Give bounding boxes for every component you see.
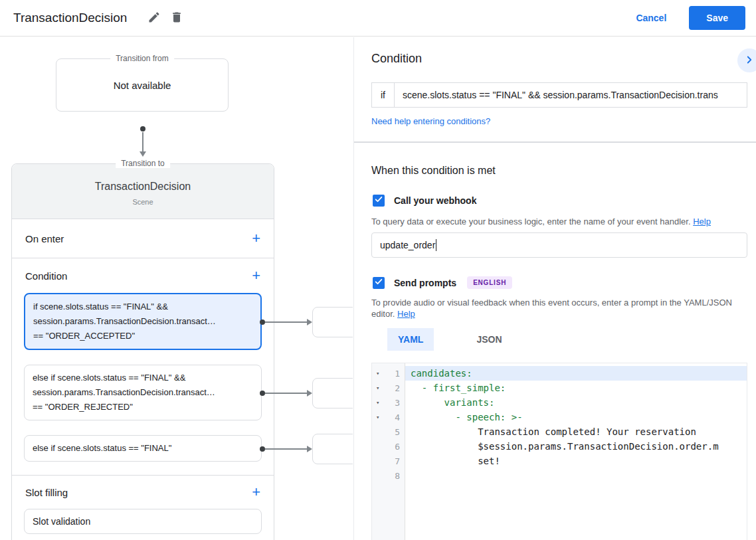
text-cursor <box>436 239 436 251</box>
code-text: variants: <box>411 397 494 408</box>
code-line[interactable]: variants: <box>405 395 747 410</box>
chevron-right-icon <box>743 54 755 68</box>
connector-line <box>265 448 307 450</box>
arrow-down-icon <box>140 151 146 157</box>
save-button[interactable]: Save <box>689 6 745 30</box>
delete-scene-button[interactable] <box>165 7 188 29</box>
condition-line: if scene.slots.status == "FINAL" && <box>33 300 252 314</box>
line-number: 4 <box>395 412 400 422</box>
event-handler-value: update_order <box>380 240 435 250</box>
slot-validation-card[interactable]: Slot validation <box>24 509 262 534</box>
condition-card-accepted[interactable]: if scene.slots.status == "FINAL" && sess… <box>24 293 262 350</box>
webhook-helper-text: To query data or execute your business l… <box>371 217 691 226</box>
line-number: 8 <box>395 471 400 481</box>
gutter-cell: 7 <box>372 454 405 468</box>
check-icon <box>374 195 383 207</box>
gutter-cell: 5 <box>372 424 405 439</box>
conditions-help-link[interactable]: Need help entering conditions? <box>371 116 490 126</box>
condition-line: else if scene.slots.status == "FINAL" <box>33 441 253 456</box>
webhook-row: Call your webhook <box>373 195 476 207</box>
fold-icon[interactable]: ▾ <box>376 370 383 377</box>
pencil-icon <box>147 11 161 26</box>
connector-line <box>265 393 307 394</box>
code-line[interactable]: candidates: <box>405 366 747 381</box>
prompts-helper: To provide audio or visual feedback when… <box>371 297 741 319</box>
webhook-help-link[interactable]: Help <box>693 217 711 226</box>
code-text: - first_simple: <box>411 383 506 393</box>
condition-line: == "ORDER_ACCEPTED" <box>33 329 252 343</box>
transition-from-box[interactable]: Transition from Not available <box>56 58 229 112</box>
condition-card-final[interactable]: else if scene.slots.status == "FINAL" <box>24 435 262 462</box>
condition-line: session.params.TransactionDecision.trans… <box>33 385 253 400</box>
transition-from-label: Transition from <box>110 54 174 63</box>
target-scene-stub[interactable] <box>312 378 353 408</box>
editor-format-tab[interactable]: JSON <box>466 328 512 351</box>
condition-expression-input[interactable] <box>395 83 747 107</box>
arrow-right-icon <box>307 390 312 397</box>
code-text: candidates: <box>411 368 472 379</box>
code-line[interactable]: - first_simple: <box>405 381 747 395</box>
condition-met-title: When this condition is met <box>371 165 496 177</box>
gutter-cell: ▾ 1 <box>372 366 405 381</box>
arrow-right-icon <box>307 446 312 452</box>
gutter-cell: ▾ 4 <box>372 410 405 424</box>
target-scene-stub[interactable] <box>312 434 353 464</box>
connector-dot <box>260 319 265 325</box>
panel-title: Condition <box>371 52 422 66</box>
transition-from-content: Not available <box>56 59 228 111</box>
section-divider <box>354 141 756 143</box>
gutter-cell: ▾ 2 <box>372 381 405 395</box>
trash-icon <box>170 11 183 26</box>
collapse-panel-button[interactable] <box>737 48 756 72</box>
scene-type: Scene <box>12 198 274 206</box>
code-line[interactable] <box>405 468 747 483</box>
cancel-button[interactable]: Cancel <box>636 13 666 23</box>
connector-line <box>142 132 143 152</box>
slot-filling-section: Slot filling + Slot validation <box>12 476 274 534</box>
fold-icon[interactable]: ▾ <box>376 414 383 420</box>
check-icon <box>374 277 383 289</box>
code-line[interactable]: $session.params.TransactionDecision.orde… <box>405 439 747 454</box>
prompts-helper-text: To provide audio or visual feedback when… <box>371 298 732 319</box>
transition-to-label: Transition to <box>116 159 170 168</box>
on-enter-label: On enter <box>25 233 64 244</box>
gutter-cell: ▾ 3 <box>372 395 405 410</box>
prompts-row: Send prompts ENGLISH <box>373 276 512 289</box>
condition-section-header: Condition + <box>12 258 274 293</box>
line-number: 2 <box>395 383 400 393</box>
fold-icon[interactable]: ▾ <box>376 385 383 391</box>
condition-line: == "ORDER_REJECTED" <box>33 400 253 414</box>
add-condition-button[interactable]: + <box>252 268 260 283</box>
language-badge: ENGLISH <box>467 276 512 289</box>
yaml-editor[interactable]: ▾ 1 ▾ 2 ▾ 3 ▾ 4 <box>371 363 747 540</box>
add-on-enter-button[interactable]: + <box>252 231 260 246</box>
slot-filling-header: Slot filling + <box>12 476 274 509</box>
code-line[interactable]: set! <box>405 454 747 468</box>
gutter-cell: 8 <box>372 468 405 483</box>
topbar: TransactionDecision Cancel Save <box>0 0 756 37</box>
code-line[interactable]: - speech: >- <box>405 410 747 424</box>
if-prefix: if <box>372 83 395 107</box>
slot-filling-label: Slot filling <box>25 487 68 498</box>
code-line[interactable]: Transaction completed! Your reservation <box>405 424 747 439</box>
add-slot-button[interactable]: + <box>252 485 260 499</box>
event-handler-input[interactable]: update_order <box>371 232 747 258</box>
code-text: $session.params.TransactionDecision.orde… <box>411 441 719 452</box>
line-number: 1 <box>395 369 400 379</box>
editor-format-tab[interactable]: YAML <box>387 328 434 351</box>
call-webhook-checkbox[interactable] <box>373 195 385 207</box>
connector-dot <box>260 446 265 452</box>
line-number: 3 <box>395 398 400 408</box>
condition-line: session.params.TransactionDecision.trans… <box>33 314 252 329</box>
condition-line: else if scene.slots.status == "FINAL" && <box>33 371 253 385</box>
code-text: - speech: >- <box>411 412 523 422</box>
condition-label: Condition <box>25 270 67 282</box>
fold-icon[interactable]: ▾ <box>376 399 383 406</box>
scene-header[interactable]: TransactionDecision Scene <box>12 164 274 219</box>
condition-expression-group: if <box>371 82 747 108</box>
target-scene-stub[interactable] <box>312 307 353 337</box>
condition-card-rejected[interactable]: else if scene.slots.status == "FINAL" &&… <box>24 365 262 420</box>
edit-title-button[interactable] <box>143 7 165 29</box>
prompts-help-link[interactable]: Help <box>397 309 415 319</box>
send-prompts-checkbox[interactable] <box>373 277 385 289</box>
